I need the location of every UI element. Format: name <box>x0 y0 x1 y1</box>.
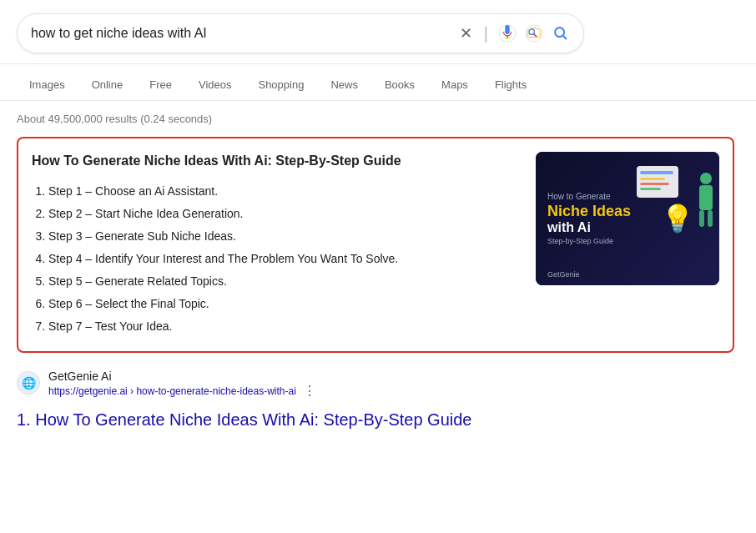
snippet-thumbnail[interactable]: How to Generate Niche Ideas with Ai Step… <box>536 152 719 285</box>
clear-icon[interactable]: ✕ <box>458 23 474 44</box>
list-item: Step 7 – Test Your Idea. <box>48 315 522 338</box>
svg-rect-16 <box>640 188 661 190</box>
tab-books[interactable]: Books <box>372 69 427 100</box>
svg-line-5 <box>534 34 537 37</box>
tab-news[interactable]: News <box>318 69 370 100</box>
snippet-title: How To Generate Niche Ideas With Ai: Ste… <box>32 152 522 170</box>
organic-result: 1. How To Generate Niche Ideas With Ai: … <box>17 409 551 430</box>
list-item: Step 6 – Select the Final Topic. <box>48 293 522 315</box>
mic-icon[interactable] <box>498 24 517 43</box>
featured-snippet: How To Generate Niche Ideas With Ai: Ste… <box>17 137 734 353</box>
list-item: Step 5 – Generate Related Topics. <box>48 270 522 293</box>
list-item: Step 1 – Choose an Ai Assistant. <box>48 180 522 203</box>
tab-online[interactable]: Online <box>79 69 136 100</box>
organic-result-title[interactable]: 1. How To Generate Niche Ideas With Ai: … <box>17 409 551 430</box>
list-item: Step 2 – Start Niche Idea Generation. <box>48 203 522 225</box>
source-info: GetGenie Ai https://getgenie.ai › how-to… <box>48 370 551 399</box>
tab-shopping[interactable]: Shopping <box>245 69 316 100</box>
search-bar-container: ✕ | <box>0 0 756 64</box>
person-figure <box>683 168 716 235</box>
tab-maps[interactable]: Maps <box>429 69 481 100</box>
source-name: GetGenie Ai <box>48 370 551 383</box>
tab-videos[interactable]: Videos <box>186 69 244 100</box>
search-input[interactable] <box>31 26 450 41</box>
search-icons: ✕ | <box>458 23 570 44</box>
svg-rect-11 <box>708 210 713 227</box>
list-item: Step 3 – Generate Sub Niche Ideas. <box>48 225 522 248</box>
svg-rect-15 <box>640 183 669 185</box>
lens-icon[interactable] <box>525 24 543 43</box>
snippet-image-inner: How to Generate Niche Ideas with Ai Step… <box>536 152 719 285</box>
svg-rect-13 <box>640 171 673 174</box>
img-getgenie: GetGenie <box>547 270 580 279</box>
img-step-text: Step-by-Step Guide <box>547 237 708 245</box>
svg-rect-10 <box>699 210 704 227</box>
svg-rect-12 <box>637 166 678 198</box>
snippet-content: How To Generate Niche Ideas With Ai: Ste… <box>32 152 522 338</box>
screen-figure <box>635 164 681 210</box>
search-bar: ✕ | <box>17 13 584 53</box>
source-favicon: 🌐 <box>17 371 40 395</box>
results-area: About 49,500,000 results (0.24 seconds) … <box>0 101 756 430</box>
source-result: 🌐 GetGenie Ai https://getgenie.ai › how-… <box>17 370 551 399</box>
tab-free[interactable]: Free <box>137 69 184 100</box>
more-options-icon[interactable]: ⋮ <box>303 383 316 399</box>
nav-tabs: Images Online Free Videos Shopping News … <box>0 64 756 101</box>
snippet-list: Step 1 – Choose an Ai Assistant. Step 2 … <box>32 180 522 338</box>
svg-line-7 <box>563 36 567 39</box>
source-url: https://getgenie.ai › how-to-generate-ni… <box>48 383 551 399</box>
tab-flights[interactable]: Flights <box>482 69 539 100</box>
list-item: Step 4 – Identify Your Interest and The … <box>48 248 522 270</box>
search-icon[interactable] <box>552 24 570 43</box>
results-count: About 49,500,000 results (0.24 seconds) <box>17 113 739 125</box>
svg-rect-14 <box>640 178 665 180</box>
svg-point-8 <box>700 173 712 184</box>
favicon-icon: 🌐 <box>22 376 36 390</box>
svg-rect-9 <box>699 185 713 210</box>
source-url-link[interactable]: https://getgenie.ai › how-to-generate-ni… <box>48 385 296 397</box>
tab-images[interactable]: Images <box>17 69 78 100</box>
